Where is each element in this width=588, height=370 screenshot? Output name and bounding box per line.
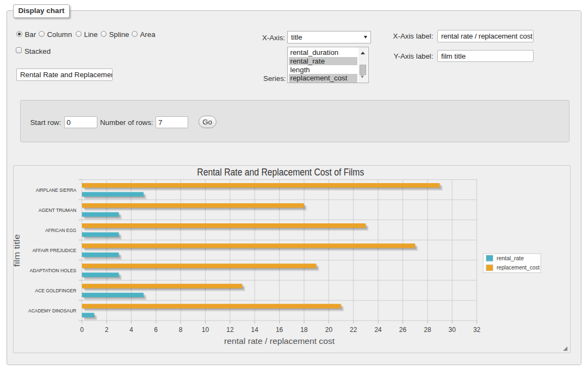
svg-text:AGENT TRUMAN: AGENT TRUMAN xyxy=(39,208,77,213)
svg-text:AFFAIR PREJUDICE: AFFAIR PREJUDICE xyxy=(32,248,76,253)
svg-text:Rental Rate and Replacement Co: Rental Rate and Replacement Cost of Film… xyxy=(197,167,364,178)
svg-text:12: 12 xyxy=(226,326,234,334)
svg-text:24: 24 xyxy=(374,326,382,334)
svg-text:6: 6 xyxy=(154,326,158,334)
svg-text:film title: film title xyxy=(14,234,21,267)
svg-text:28: 28 xyxy=(424,326,431,334)
svg-text:32: 32 xyxy=(473,326,481,334)
svg-text:8: 8 xyxy=(179,326,183,334)
svg-text:AIRPLANE SIERRA: AIRPLANE SIERRA xyxy=(36,187,77,193)
svg-text:ACADEMY DINOSAUR: ACADEMY DINOSAUR xyxy=(28,308,77,313)
svg-text:ACE GOLDFINGER: ACE GOLDFINGER xyxy=(35,288,77,293)
svg-text:16: 16 xyxy=(276,326,283,334)
svg-text:30: 30 xyxy=(449,326,456,334)
svg-text:22: 22 xyxy=(350,326,357,334)
svg-text:replacement_cost: replacement_cost xyxy=(497,264,540,271)
svg-text:rental rate / replacement cost: rental rate / replacement cost xyxy=(224,337,335,346)
svg-text:10: 10 xyxy=(202,326,209,334)
svg-text:18: 18 xyxy=(300,326,308,334)
svg-text:14: 14 xyxy=(251,326,259,334)
svg-text:26: 26 xyxy=(399,326,407,334)
svg-text:20: 20 xyxy=(325,326,333,334)
svg-text:rental_rate: rental_rate xyxy=(497,255,524,261)
svg-text:ADAPTATION HOLES: ADAPTATION HOLES xyxy=(29,268,76,273)
svg-text:AFRICAN EGG: AFRICAN EGG xyxy=(45,228,76,233)
svg-text:2: 2 xyxy=(105,326,109,334)
svg-text:0: 0 xyxy=(80,326,84,334)
svg-text:4: 4 xyxy=(129,326,133,334)
